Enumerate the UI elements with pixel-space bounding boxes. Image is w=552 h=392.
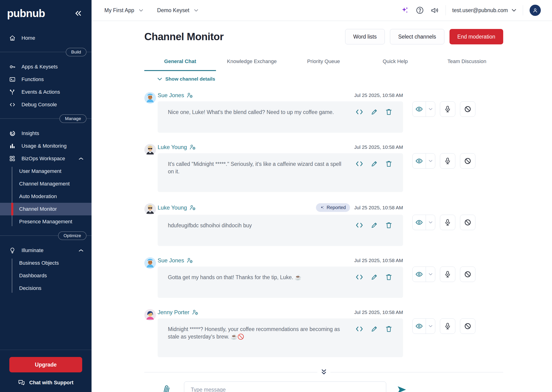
tab-quick-help[interactable]: Quick Help xyxy=(359,55,431,71)
view-message-button[interactable] xyxy=(413,154,426,168)
view-message-button[interactable] xyxy=(413,102,426,117)
delete-icon[interactable] xyxy=(385,222,392,229)
sidebar-item-label: Dashboards xyxy=(19,273,47,279)
sidebar-item-presence-management[interactable]: Presence Management xyxy=(0,215,91,228)
sidebar-item-channel-monitor[interactable]: Channel Monitor xyxy=(0,203,91,215)
help-icon[interactable] xyxy=(416,6,424,14)
illuminate-subnav: Business Objects Dashboards Decisions xyxy=(0,257,91,294)
message-author[interactable]: Luke Young xyxy=(158,204,196,211)
sidebar-item-illuminate[interactable]: Illuminate xyxy=(0,244,91,257)
sidebar-item-user-management[interactable]: User Management xyxy=(0,165,91,178)
sidebar-item-apps-keysets[interactable]: Apps & Keysets xyxy=(0,61,91,73)
view-options-dropdown[interactable] xyxy=(426,319,435,334)
sidebar-item-label: Debug Console xyxy=(21,102,57,108)
announcements-icon[interactable] xyxy=(431,6,439,14)
view-options-dropdown[interactable] xyxy=(426,215,435,230)
view-source-icon[interactable] xyxy=(355,109,363,115)
view-source-icon[interactable] xyxy=(355,161,363,167)
edit-icon[interactable] xyxy=(371,273,378,280)
view-options-dropdown[interactable] xyxy=(426,102,435,117)
chevron-up-icon[interactable] xyxy=(78,249,83,252)
message-author[interactable]: Sue Jones xyxy=(158,92,193,98)
edit-icon[interactable] xyxy=(371,222,378,229)
message-row: Jenny Porter Jul 25 2025, 10:58 AM Midni… xyxy=(144,309,503,357)
reported-badge-label: Reported xyxy=(327,205,346,210)
sidebar-item-usage-monitoring[interactable]: Usage & Monitoring xyxy=(0,140,91,152)
sidebar-item-channel-management[interactable]: Channel Management xyxy=(0,178,91,190)
select-channels-button[interactable]: Select channels xyxy=(390,29,444,44)
moderation-actions xyxy=(412,318,503,334)
view-message-button[interactable] xyxy=(413,319,426,334)
sidebar-item-decisions[interactable]: Decisions xyxy=(0,282,91,294)
message-bubble: Nice one, Luke! What's the blend called?… xyxy=(158,101,403,133)
view-source-icon[interactable] xyxy=(355,326,363,332)
ban-user-button[interactable] xyxy=(460,153,476,169)
delete-icon[interactable] xyxy=(385,160,392,167)
tab-knowledge-exchange[interactable]: Knowledge Exchange xyxy=(216,55,288,71)
app-selector[interactable]: My First App xyxy=(104,7,143,14)
sidebar-item-label: Presence Management xyxy=(19,219,72,225)
branch-arrows-icon xyxy=(9,89,16,95)
sidebar-item-dashboards[interactable]: Dashboards xyxy=(0,269,91,282)
attach-file-icon[interactable] xyxy=(160,384,172,392)
insights-icon xyxy=(9,130,16,137)
sidebar-item-business-objects[interactable]: Business Objects xyxy=(0,257,91,269)
user-settings-icon xyxy=(187,258,193,263)
delete-icon[interactable] xyxy=(385,273,392,280)
edit-icon[interactable] xyxy=(371,108,378,115)
message-row: Luke Young Jul 25 2025, 10:58 AM It's ca… xyxy=(144,144,503,192)
view-options-dropdown[interactable] xyxy=(426,267,435,282)
block-icon xyxy=(464,271,471,278)
send-message-button[interactable] xyxy=(397,385,407,392)
mute-user-button[interactable] xyxy=(440,215,455,230)
view-source-icon[interactable] xyxy=(355,274,363,280)
mute-user-button[interactable] xyxy=(440,318,455,334)
delete-icon[interactable] xyxy=(385,108,392,115)
send-icon xyxy=(397,385,407,392)
chat-with-support[interactable]: Chat with Support xyxy=(9,379,82,386)
show-channel-details[interactable]: Show channel details xyxy=(157,76,503,82)
sidebar-item-insights[interactable]: Insights xyxy=(0,127,91,140)
sidebar-item-events-actions[interactable]: Events & Actions xyxy=(0,86,91,98)
upgrade-button[interactable]: Upgrade xyxy=(9,357,82,372)
ban-user-button[interactable] xyxy=(460,266,476,282)
mute-user-button[interactable] xyxy=(440,153,455,169)
edit-icon[interactable] xyxy=(371,325,378,332)
message-input[interactable] xyxy=(184,381,386,392)
keyset-selector[interactable]: Demo Keyset xyxy=(157,7,198,14)
sidebar-item-auto-moderation[interactable]: Auto Moderation xyxy=(0,190,91,203)
tab-team-discussion[interactable]: Team Discussion xyxy=(431,55,503,71)
message-author[interactable]: Luke Young xyxy=(158,144,196,150)
sidebar-item-home[interactable]: Home xyxy=(0,32,91,44)
ban-user-button[interactable] xyxy=(460,101,476,117)
collapse-sidebar-icon[interactable] xyxy=(74,10,82,17)
sparkles-icon[interactable] xyxy=(401,6,409,14)
tab-priority-queue[interactable]: Priority Queue xyxy=(288,55,359,71)
mute-user-button[interactable] xyxy=(440,266,455,282)
sidebar-item-debug-console[interactable]: Debug Console xyxy=(0,98,91,111)
user-settings-icon xyxy=(192,309,198,315)
delete-icon[interactable] xyxy=(385,325,392,332)
message-author[interactable]: Sue Jones xyxy=(158,257,193,264)
mute-user-button[interactable] xyxy=(440,101,455,117)
end-moderation-button[interactable]: End moderation xyxy=(449,29,503,44)
message-bubble: Gotta get my hands on that! Thanks for t… xyxy=(158,266,403,298)
sidebar-item-bizops-workspace[interactable]: BizOps Workspace xyxy=(0,152,91,165)
ban-user-button[interactable] xyxy=(460,215,476,230)
edit-icon[interactable] xyxy=(371,160,378,167)
account-menu[interactable]: test.user@pubnub.com xyxy=(452,7,516,14)
view-options-dropdown[interactable] xyxy=(426,154,435,168)
sidebar-item-functions[interactable]: Functions xyxy=(0,73,91,86)
view-message-button[interactable] xyxy=(413,267,426,282)
word-lists-button[interactable]: Word lists xyxy=(345,29,385,44)
chevron-up-icon[interactable] xyxy=(78,157,83,160)
user-avatar-button[interactable] xyxy=(530,5,541,16)
scroll-to-latest-button[interactable] xyxy=(321,369,327,375)
message-author[interactable]: Jenny Porter xyxy=(158,309,198,316)
view-source-icon[interactable] xyxy=(355,222,363,229)
sidebar-item-label: Home xyxy=(21,35,35,41)
ban-user-button[interactable] xyxy=(460,318,476,334)
view-message-button[interactable] xyxy=(413,215,426,230)
terminal-icon xyxy=(9,76,16,83)
tab-general-chat[interactable]: General Chat xyxy=(144,55,216,71)
